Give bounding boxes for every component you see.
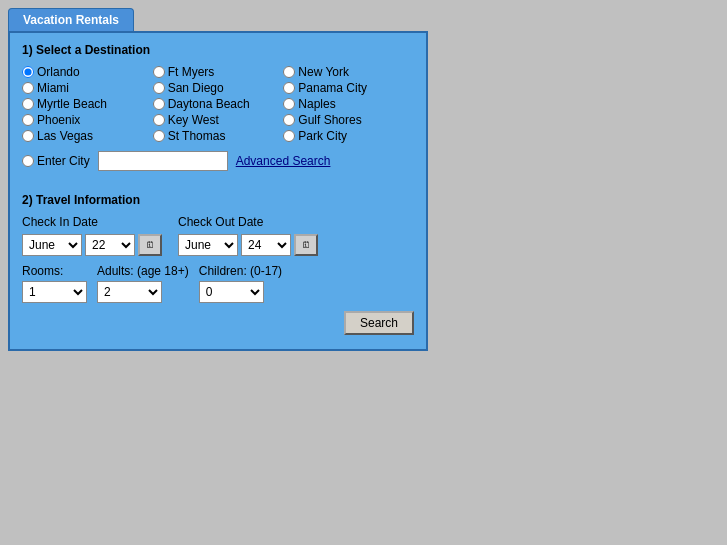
park-city-label: Park City xyxy=(298,129,347,143)
travel-title: 2) Travel Information xyxy=(22,193,414,207)
tab-bar: Vacation Rentals xyxy=(8,8,428,31)
checkout-month-select[interactable]: JanuaryFebruaryMarch AprilMayJune JulyAu… xyxy=(178,234,238,256)
radio-enter-city[interactable]: Enter City xyxy=(22,154,90,168)
radio-san-diego[interactable]: San Diego xyxy=(153,81,284,95)
checkout-controls: JanuaryFebruaryMarch AprilMayJune JulyAu… xyxy=(178,234,318,256)
checkin-label: Check In Date xyxy=(22,215,162,229)
date-row: Check In Date JanuaryFebruaryMarch April… xyxy=(22,215,414,256)
rooms-label: Rooms: xyxy=(22,264,87,278)
radio-daytona-beach[interactable]: Daytona Beach xyxy=(153,97,284,111)
adults-select[interactable]: 1234 5678 xyxy=(97,281,162,303)
radio-st-thomas[interactable]: St Thomas xyxy=(153,129,284,143)
checkin-group: Check In Date JanuaryFebruaryMarch April… xyxy=(22,215,162,256)
search-row: Search xyxy=(22,311,414,335)
gulf-shores-label: Gulf Shores xyxy=(298,113,361,127)
vacation-rentals-tab[interactable]: Vacation Rentals xyxy=(8,8,134,31)
checkout-calendar-button[interactable]: 🗓 xyxy=(294,234,318,256)
radio-miami[interactable]: Miami xyxy=(22,81,153,95)
destinations-grid: Orlando Ft Myers New York Miami San Dieg… xyxy=(22,65,414,143)
miami-label: Miami xyxy=(37,81,69,95)
radio-naples[interactable]: Naples xyxy=(283,97,414,111)
radio-ft-myers[interactable]: Ft Myers xyxy=(153,65,284,79)
rooms-select[interactable]: 12345 xyxy=(22,281,87,303)
radio-panama-city[interactable]: Panama City xyxy=(283,81,414,95)
children-label: Children: (0-17) xyxy=(199,264,282,278)
radio-gulf-shores[interactable]: Gulf Shores xyxy=(283,113,414,127)
checkout-label: Check Out Date xyxy=(178,215,318,229)
naples-label: Naples xyxy=(298,97,335,111)
rooms-group: Rooms: 12345 xyxy=(22,264,87,303)
key-west-label: Key West xyxy=(168,113,219,127)
checkout-day-select[interactable]: 1234 5678 9101112 13141516 17181920 2122… xyxy=(241,234,291,256)
radio-las-vegas[interactable]: Las Vegas xyxy=(22,129,153,143)
radio-new-york[interactable]: New York xyxy=(283,65,414,79)
daytona-beach-label: Daytona Beach xyxy=(168,97,250,111)
checkout-calendar-icon: 🗓 xyxy=(302,240,311,250)
checkin-controls: JanuaryFebruaryMarch AprilMayJune JulyAu… xyxy=(22,234,162,256)
radio-orlando[interactable]: Orlando xyxy=(22,65,153,79)
new-york-label: New York xyxy=(298,65,349,79)
ft-myers-label: Ft Myers xyxy=(168,65,215,79)
rooms-adults-row: Rooms: 12345 Adults: (age 18+) 1234 5678… xyxy=(22,264,414,303)
adults-group: Adults: (age 18+) 1234 5678 xyxy=(97,264,189,303)
radio-myrtle-beach[interactable]: Myrtle Beach xyxy=(22,97,153,111)
children-group: Children: (0-17) 0123 45678 xyxy=(199,264,282,303)
panama-city-label: Panama City xyxy=(298,81,367,95)
enter-city-label: Enter City xyxy=(37,154,90,168)
advanced-search-link[interactable]: Advanced Search xyxy=(236,154,331,168)
radio-park-city[interactable]: Park City xyxy=(283,129,414,143)
las-vegas-label: Las Vegas xyxy=(37,129,93,143)
orlando-label: Orlando xyxy=(37,65,80,79)
checkin-calendar-icon: 🗓 xyxy=(146,240,155,250)
enter-city-row: Enter City Advanced Search xyxy=(22,151,414,171)
checkin-day-select[interactable]: 1234 5678 9101112 13141516 17181920 2122… xyxy=(85,234,135,256)
checkin-month-select[interactable]: JanuaryFebruaryMarch AprilMayJune JulyAu… xyxy=(22,234,82,256)
checkout-group: Check Out Date JanuaryFebruaryMarch Apri… xyxy=(178,215,318,256)
radio-phoenix[interactable]: Phoenix xyxy=(22,113,153,127)
san-diego-label: San Diego xyxy=(168,81,224,95)
adults-label: Adults: (age 18+) xyxy=(97,264,189,278)
destination-section: 1) Select a Destination Orlando Ft Myers… xyxy=(8,31,428,183)
city-input[interactable] xyxy=(98,151,228,171)
checkin-calendar-button[interactable]: 🗓 xyxy=(138,234,162,256)
st-thomas-label: St Thomas xyxy=(168,129,226,143)
children-select[interactable]: 0123 45678 xyxy=(199,281,264,303)
phoenix-label: Phoenix xyxy=(37,113,80,127)
myrtle-beach-label: Myrtle Beach xyxy=(37,97,107,111)
search-button[interactable]: Search xyxy=(344,311,414,335)
radio-key-west[interactable]: Key West xyxy=(153,113,284,127)
travel-section: 2) Travel Information Check In Date Janu… xyxy=(8,183,428,351)
app-container: Vacation Rentals 1) Select a Destination… xyxy=(8,8,428,351)
destination-title: 1) Select a Destination xyxy=(22,43,414,57)
